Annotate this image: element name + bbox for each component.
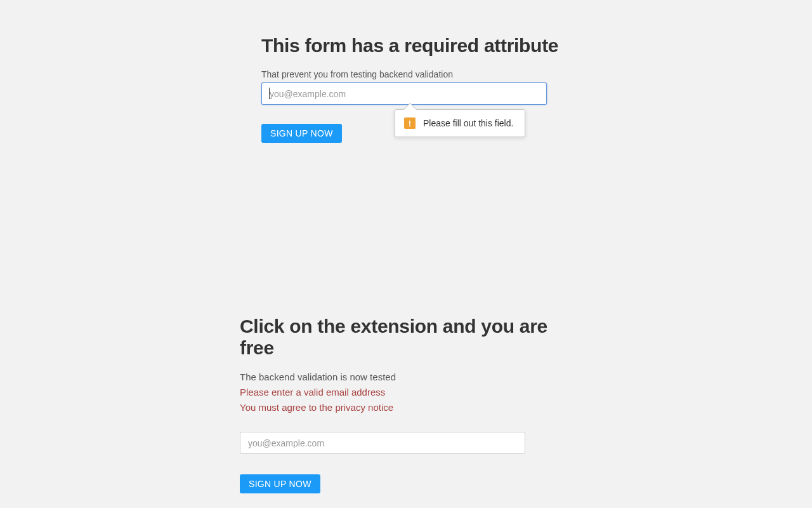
section-heading: This form has a required attribute bbox=[261, 35, 579, 57]
email-input-wrapper: ! Please fill out this field. bbox=[261, 83, 579, 105]
email-input-wrapper bbox=[240, 432, 582, 454]
error-message: Please enter a valid email address bbox=[240, 387, 582, 398]
email-field[interactable] bbox=[240, 432, 525, 454]
warning-icon: ! bbox=[404, 117, 416, 129]
email-field[interactable] bbox=[261, 83, 547, 105]
error-message: You must agree to the privacy notice bbox=[240, 402, 582, 413]
section-subtitle: That prevent you from testing backend va… bbox=[261, 69, 579, 79]
form-section-required: This form has a required attribute That … bbox=[261, 35, 579, 143]
section-subtitle: The backend validation is now tested bbox=[240, 371, 582, 382]
validation-tooltip: ! Please fill out this field. bbox=[395, 109, 525, 137]
tooltip-message: Please fill out this field. bbox=[423, 118, 513, 128]
signup-button[interactable]: SIGN UP NOW bbox=[240, 474, 320, 493]
text-cursor bbox=[269, 88, 270, 99]
signup-button[interactable]: SIGN UP NOW bbox=[261, 124, 342, 143]
section-heading: Click on the extension and you are free bbox=[240, 316, 582, 359]
form-section-extension: Click on the extension and you are free … bbox=[240, 316, 582, 493]
